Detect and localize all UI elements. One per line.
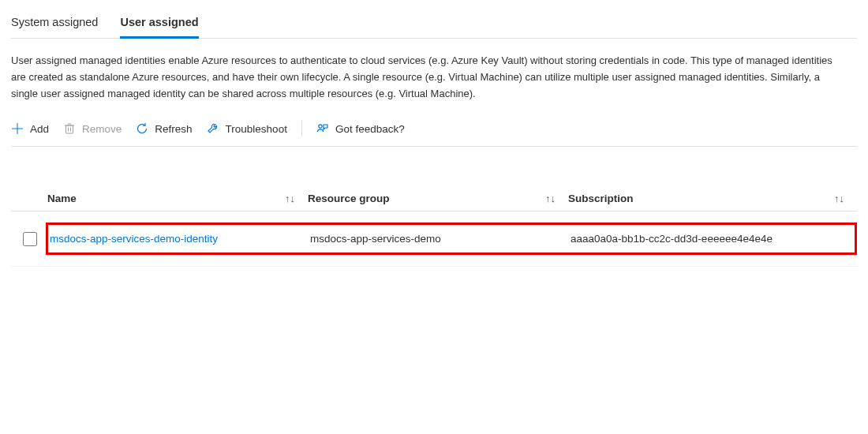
refresh-button[interactable]: Refresh [136, 122, 192, 135]
table-row: msdocs-app-services-demo-identity msdocs… [11, 211, 857, 267]
description-text: User assigned managed identities enable … [11, 53, 847, 102]
troubleshoot-label: Troubleshoot [226, 123, 287, 135]
row-highlight: msdocs-app-services-demo-identity msdocs… [46, 223, 857, 255]
plus-icon [11, 122, 24, 135]
refresh-icon [136, 122, 148, 135]
sort-icon: ↑↓ [545, 193, 556, 204]
refresh-label: Refresh [155, 123, 192, 135]
table-header: Name ↑↓ Resource group ↑↓ Subscription ↑… [11, 186, 857, 211]
feedback-label: Got feedback? [335, 123, 405, 135]
identities-table: Name ↑↓ Resource group ↑↓ Subscription ↑… [11, 186, 857, 267]
add-label: Add [30, 123, 49, 135]
identity-resource-group: msdocs-app-services-demo [310, 233, 571, 245]
row-checkbox[interactable] [23, 232, 37, 246]
add-button[interactable]: Add [11, 122, 49, 135]
troubleshoot-button[interactable]: Troubleshoot [207, 122, 287, 135]
identity-name-link[interactable]: msdocs-app-services-demo-identity [50, 233, 310, 245]
remove-button: Remove [63, 122, 122, 135]
wrench-icon [207, 122, 219, 135]
sort-icon: ↑↓ [834, 193, 844, 204]
column-header-subscription[interactable]: Subscription ↑↓ [568, 193, 857, 204]
remove-label: Remove [82, 123, 122, 135]
feedback-button[interactable]: Got feedback? [316, 122, 405, 135]
trash-icon [63, 122, 76, 135]
svg-rect-2 [66, 125, 73, 133]
sort-icon: ↑↓ [285, 193, 295, 204]
toolbar-separator [301, 121, 302, 137]
tab-system-assigned[interactable]: System assigned [11, 8, 98, 38]
toolbar: Add Remove Refresh Troubleshoot Got feed… [11, 113, 857, 147]
identity-subscription: aaaa0a0a-bb1b-cc2c-dd3d-eeeeee4e4e4e [571, 233, 853, 245]
column-header-name[interactable]: Name ↑↓ [47, 193, 308, 204]
column-sub-label: Subscription [568, 193, 634, 204]
svg-point-7 [319, 125, 322, 128]
feedback-icon [316, 122, 329, 135]
tab-user-assigned[interactable]: User assigned [120, 8, 198, 38]
column-name-label: Name [47, 193, 77, 204]
column-header-resource-group[interactable]: Resource group ↑↓ [308, 193, 568, 204]
column-rg-label: Resource group [308, 193, 390, 204]
tabs: System assigned User assigned [11, 8, 857, 39]
